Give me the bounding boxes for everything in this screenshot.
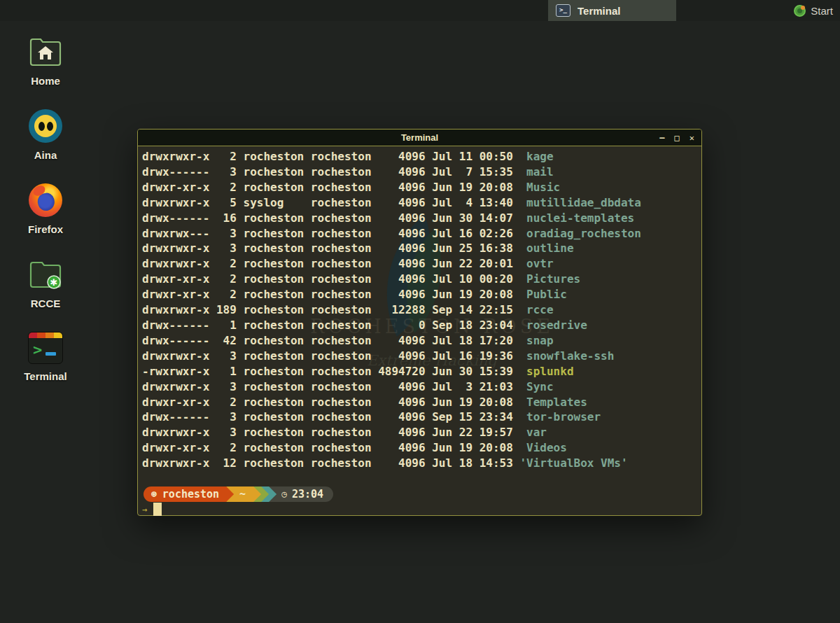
desktop-icon-home[interactable]: Home xyxy=(29,35,62,87)
file-name: var xyxy=(526,426,547,439)
desktop-icon-label: Home xyxy=(31,75,60,87)
file-name: 'VirtualBox VMs' xyxy=(519,456,627,470)
terminal-row: drwxr-xr-x 2 rocheston rocheston 4096 Ju… xyxy=(142,272,701,287)
maximize-button[interactable]: □ xyxy=(675,133,680,143)
terminal-row: drwx------ 16 rocheston rocheston 4096 J… xyxy=(142,211,701,226)
file-name: rcce xyxy=(526,303,554,316)
text-cursor xyxy=(153,503,162,516)
file-name: outline xyxy=(526,241,573,255)
file-name: Videos xyxy=(526,441,567,454)
terminal-row: drwxr-xr-x 2 rocheston rocheston 4096 Ju… xyxy=(142,440,701,456)
terminal-window: Terminal – □ ✕ ROCHESTON ROSE Extreme Ha… xyxy=(137,129,702,516)
file-name: Public xyxy=(526,288,567,301)
file-name: rosedrive xyxy=(526,318,587,332)
terminal-row: drwxrwxr-x 3 rocheston rocheston 4096 Ju… xyxy=(142,425,701,440)
window-title: Terminal xyxy=(138,130,701,146)
terminal-content[interactable]: ROCHESTON ROSE Extreme Hacking drwxrwxr-… xyxy=(138,146,701,519)
top-bar: >_ Terminal Start xyxy=(0,0,840,21)
file-name: snap xyxy=(526,334,554,347)
file-name: oradiag_rocheston xyxy=(526,227,641,240)
file-name: Pictures xyxy=(526,272,580,286)
window-titlebar[interactable]: Terminal – □ ✕ xyxy=(138,130,701,146)
clock-icon: ◷ xyxy=(281,489,287,499)
terminal-row: drwxrwxr-x 2 rocheston rocheston 4096 Ju… xyxy=(142,149,701,164)
terminal-row: drwxr-xr-x 2 rocheston rocheston 4096 Ju… xyxy=(142,395,701,410)
window-controls: – □ ✕ xyxy=(659,130,694,146)
aina-icon xyxy=(29,109,62,143)
os-logo-icon: ⊛ xyxy=(151,489,157,499)
desktop-icon-label: RCCE xyxy=(31,298,61,309)
taskbar-item-label: Terminal xyxy=(578,5,620,17)
prompt-arrow-icon: → xyxy=(142,505,147,514)
file-name: ovtr xyxy=(526,257,554,270)
desktop-icon-label: Terminal xyxy=(24,370,66,382)
file-name: mutillidae_dbdata xyxy=(526,196,641,209)
minimize-button[interactable]: – xyxy=(659,133,664,143)
terminal-row: drwxrwxr-x 3 rocheston rocheston 4096 Ju… xyxy=(142,349,701,364)
file-name: Sync xyxy=(526,380,554,393)
start-label: Start xyxy=(811,5,833,17)
terminal-icon: >_ xyxy=(556,4,570,17)
file-name: snowflake-ssh xyxy=(526,349,614,363)
shell-prompt: ⊛ rocheston ~ ◷ 23:04 xyxy=(142,486,701,502)
close-button[interactable]: ✕ xyxy=(690,133,694,143)
terminal-row: drwxrwxr-x 3 rocheston rocheston 4096 Ju… xyxy=(142,379,701,395)
terminal-row: drwxrwxr-x 2 rocheston rocheston 4096 Ju… xyxy=(142,256,701,272)
terminal-row: drwx------ 42 rocheston rocheston 4096 J… xyxy=(142,333,701,349)
terminal-row: drwx------ 1 rocheston rocheston 0 Sep 1… xyxy=(142,318,701,333)
prompt-time-segment: ◷ 23:04 xyxy=(267,486,333,502)
terminal-row: drwxr-xr-x 2 rocheston rocheston 4096 Ju… xyxy=(142,287,701,302)
home-folder-icon xyxy=(29,35,62,69)
terminal-row: drwxrwx--- 3 rocheston rocheston 4096 Ju… xyxy=(142,226,701,241)
file-name: kage xyxy=(526,150,554,163)
terminal-row: drwx------ 3 rocheston rocheston 4096 Ju… xyxy=(142,164,701,180)
file-name: mail xyxy=(526,165,554,178)
terminal-app-icon: > xyxy=(28,332,63,364)
taskbar-item-terminal[interactable]: >_ Terminal xyxy=(548,0,676,21)
prompt-path: ~ xyxy=(239,488,246,500)
prompt-user-segment: ⊛ rocheston xyxy=(144,486,234,502)
file-name: Templates xyxy=(526,396,587,409)
desktop-icon-terminal[interactable]: > Terminal xyxy=(24,332,66,382)
input-line[interactable]: → xyxy=(142,502,701,517)
desktop-icon-rcce[interactable]: ✱ RCCE xyxy=(29,258,62,309)
desktop-icon-label: Aina xyxy=(34,149,57,161)
svg-text:✱: ✱ xyxy=(50,277,58,288)
terminal-row: drwxrwxr-x 5 syslog rocheston 4096 Jul 4… xyxy=(142,195,701,211)
terminal-row: drwxrwxr-x 3 rocheston rocheston 4096 Ju… xyxy=(142,241,701,256)
desktop-icon-label: Firefox xyxy=(28,223,63,235)
terminal-output: drwxrwxr-x 2 rocheston rocheston 4096 Ju… xyxy=(142,149,701,471)
terminal-row: drwxr-xr-x 2 rocheston rocheston 4096 Ju… xyxy=(142,180,701,195)
firefox-icon xyxy=(29,183,62,217)
terminal-row: drwx------ 3 rocheston rocheston 4096 Se… xyxy=(142,410,701,425)
file-name: tor-browser xyxy=(526,410,601,424)
desktop-icon-column: Home Aina Firefox ✱ RCCE xyxy=(20,35,71,382)
start-icon xyxy=(794,5,806,17)
prompt-time: 23:04 xyxy=(292,488,323,500)
terminal-row: drwxrwxr-x 12 rocheston rocheston 4096 J… xyxy=(142,456,701,471)
prompt-username: rocheston xyxy=(162,488,219,500)
file-name: splunkd xyxy=(526,365,573,378)
file-name: Music xyxy=(526,181,560,194)
terminal-row: -rwxrwxr-x 1 rocheston rocheston 4894720… xyxy=(142,364,701,379)
start-button[interactable]: Start xyxy=(790,0,836,21)
desktop-icon-firefox[interactable]: Firefox xyxy=(28,183,63,235)
rcce-folder-icon: ✱ xyxy=(29,258,62,291)
file-name: nuclei-templates xyxy=(526,211,634,225)
desktop-icon-aina[interactable]: Aina xyxy=(29,109,62,161)
terminal-row: drwxrwxr-x 189 rocheston rocheston 12288… xyxy=(142,302,701,318)
